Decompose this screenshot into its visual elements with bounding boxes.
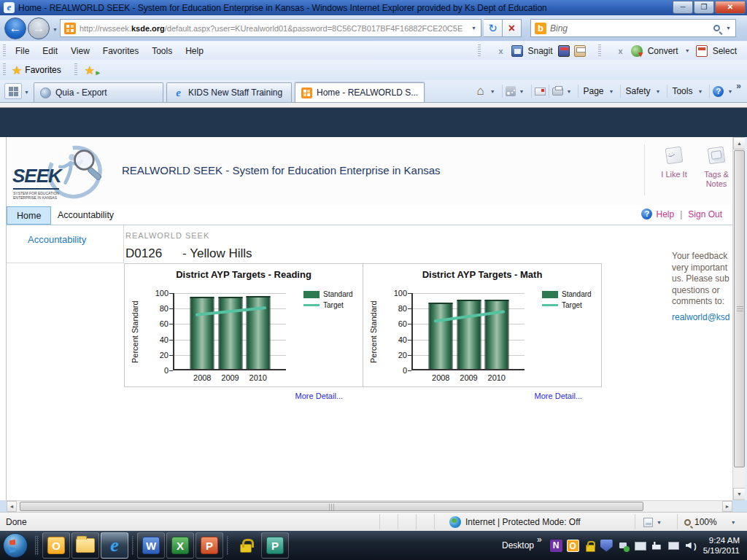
select-label[interactable]: Select [710, 46, 740, 56]
search-dropdown[interactable]: ▼ [726, 26, 731, 31]
tab-label: Home - REALWORLD S... [317, 88, 418, 98]
mail-icon[interactable] [535, 88, 546, 96]
stop-button[interactable]: × [503, 19, 522, 37]
security-shield-icon[interactable] [600, 540, 613, 552]
tray-overflow[interactable]: » [537, 534, 542, 545]
taskbar-lock[interactable] [232, 532, 260, 559]
address-dropdown[interactable]: ▼ [467, 26, 481, 31]
site-help-icon[interactable]: ? [641, 209, 652, 219]
convert-dropdown[interactable]: ▼ [681, 48, 694, 53]
taskbar-word[interactable]: W [137, 532, 165, 559]
tools-dropdown[interactable]: ▼ [694, 89, 706, 94]
menu-favorites[interactable]: Favorites [96, 43, 145, 59]
display-tray-icon[interactable] [634, 540, 646, 552]
convert-label[interactable]: Convert [645, 46, 681, 56]
outlook-tray-icon[interactable]: O [567, 540, 579, 552]
tools-menu[interactable]: Tools [670, 86, 694, 96]
help-dropdown[interactable]: ▼ [724, 89, 736, 94]
forward-button[interactable]: → [28, 18, 50, 39]
home-dropdown[interactable]: ▼ [487, 89, 499, 94]
compatibility-view-button[interactable]: ▼ [643, 518, 665, 527]
clock[interactable]: 9:24 AM 5/19/2011 [703, 535, 740, 556]
convert-icon[interactable] [631, 45, 643, 57]
maximize-button[interactable]: ❐ [694, 1, 714, 14]
menu-help[interactable]: Help [179, 43, 210, 59]
snagit-icon[interactable] [511, 45, 523, 57]
vertical-scrollbar[interactable]: ▲ ▼ [732, 137, 745, 500]
taskbar-publisher[interactable]: P [261, 532, 289, 559]
i-like-it-button[interactable]: I Like It [653, 147, 695, 179]
menu-view[interactable]: View [64, 43, 96, 59]
search-icon[interactable] [713, 25, 720, 31]
close-button[interactable]: ✕ [715, 1, 746, 14]
print-dropdown[interactable]: ▼ [563, 89, 576, 94]
zoom-dropdown[interactable]: ▼ [727, 520, 740, 525]
back-button[interactable]: ← [4, 18, 26, 39]
minimize-button[interactable]: ─ [673, 1, 693, 14]
signout-link[interactable]: Sign Out [688, 209, 722, 219]
tab-list-dropdown[interactable]: ▼ [24, 90, 29, 95]
rss-icon[interactable] [506, 86, 516, 96]
print-icon[interactable] [552, 88, 563, 96]
menu-tools[interactable]: Tools [145, 43, 179, 59]
address-bar[interactable]: http://rwsseek.ksde.org/default.aspx?use… [60, 19, 481, 37]
taskbar-explorer[interactable] [71, 532, 99, 559]
snagit-capture-icon[interactable] [558, 45, 570, 57]
nav-tab-accountability[interactable]: Accountability [48, 206, 123, 225]
add-favorite-icon[interactable]: ★ [85, 63, 95, 77]
tab-quia[interactable]: Quia - Export [34, 82, 163, 102]
more-detail-link-reading[interactable]: More Detail... [255, 392, 343, 400]
taskbar-powerpoint[interactable]: P [196, 532, 223, 559]
power-tray-icon[interactable] [651, 540, 663, 552]
tab-close-icon[interactable]: ✕ [424, 88, 425, 98]
tab-kids-training[interactable]: e KIDS New Staff Training [166, 82, 292, 102]
snagit-editor-icon[interactable] [574, 45, 586, 57]
feedback-email-link[interactable]: realworld@ksd [672, 312, 732, 322]
vertical-scroll-thumb[interactable] [734, 150, 745, 467]
volume-tray-icon[interactable] [684, 540, 697, 552]
recent-pages-dropdown[interactable]: ▼ [53, 27, 58, 32]
safety-menu[interactable]: Safety [624, 86, 651, 96]
network-tray-icon[interactable] [667, 540, 680, 552]
menu-edit[interactable]: Edit [36, 43, 64, 59]
quick-tabs-icon[interactable] [4, 83, 22, 99]
more-detail-link-math[interactable]: More Detail... [495, 392, 582, 400]
desktop-label[interactable]: Desktop [502, 540, 534, 551]
lock-tray-icon[interactable] [584, 540, 596, 552]
taskbar-outlook[interactable]: O [42, 532, 70, 559]
toolbar-overflow[interactable]: » [736, 81, 741, 91]
horizontal-scrollbar[interactable]: ◄ ► [7, 500, 732, 512]
select-icon[interactable] [696, 45, 708, 57]
page-dropdown[interactable]: ▼ [605, 89, 618, 94]
sidebar-link-accountability[interactable]: Accountability [28, 234, 86, 245]
site-help-link[interactable]: Help [656, 209, 674, 219]
scroll-left-button[interactable]: ◄ [7, 501, 17, 512]
horizontal-scroll-thumb[interactable] [20, 502, 643, 511]
scroll-right-button[interactable]: ► [722, 501, 732, 512]
favorites-button[interactable]: Favorites [25, 65, 61, 75]
taskbar-excel[interactable]: X [166, 532, 194, 559]
snagit-label[interactable]: Snagit [525, 46, 556, 56]
onenote-tray-icon[interactable]: N [550, 540, 562, 552]
rss-dropdown[interactable]: ▼ [516, 89, 528, 94]
tab-home-realworld[interactable]: Home - REALWORLD S... ✕ [295, 82, 425, 102]
zoom-control[interactable]: 100% ▼ [684, 517, 740, 527]
scroll-down-button[interactable]: ▼ [733, 488, 746, 500]
usb-tray-icon[interactable] [617, 540, 630, 552]
tags-notes-button[interactable]: Tags & Notes [695, 147, 738, 189]
menu-file[interactable]: File [9, 43, 36, 59]
window-titlebar[interactable]: e Home - REALWORLD SEEK - System for Edu… [0, 0, 747, 15]
help-icon[interactable]: ? [713, 86, 724, 97]
home-icon[interactable]: ⌂ [474, 85, 486, 97]
taskbar-ie[interactable]: e [101, 532, 128, 559]
nav-tab-home[interactable]: Home [7, 206, 51, 225]
favorites-star-icon[interactable]: ★ [12, 63, 22, 77]
convert-close[interactable]: x [613, 47, 629, 55]
page-menu[interactable]: Page [581, 86, 605, 96]
safety-dropdown[interactable]: ▼ [651, 89, 664, 94]
search-box[interactable]: b Bing ▼ [530, 19, 736, 37]
refresh-button[interactable]: ↻ [484, 19, 503, 37]
start-button[interactable] [3, 533, 28, 558]
scroll-up-button[interactable]: ▲ [733, 137, 746, 149]
snagit-close[interactable]: x [492, 47, 508, 55]
